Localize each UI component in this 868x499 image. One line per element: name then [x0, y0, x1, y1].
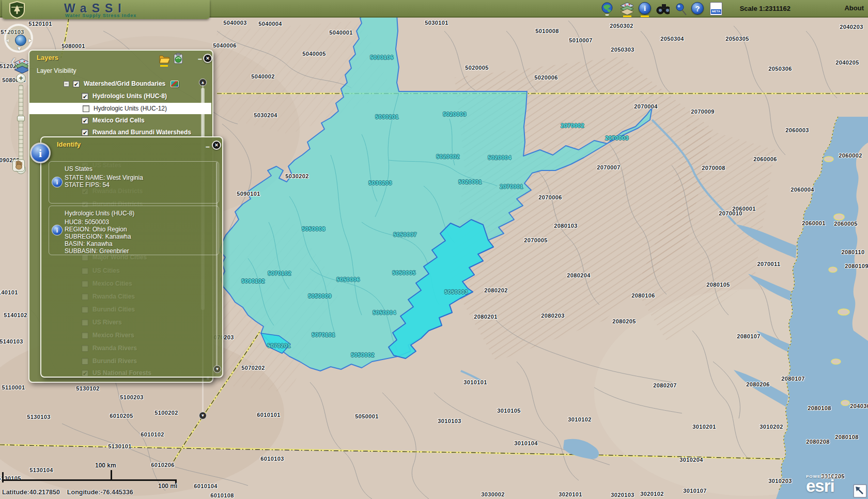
full-extent-globe-icon[interactable]: [601, 2, 614, 15]
hand-icon: [13, 160, 24, 171]
result-layer-name: US States: [65, 165, 92, 173]
layers-tool-icon[interactable]: [620, 2, 633, 15]
coordinate-readout: Latitude:40.217850Longitude:-76.445336: [2, 489, 141, 496]
longitude-value: Longitude:-76.445336: [67, 489, 133, 496]
identify-info-icon: i: [30, 143, 51, 163]
identify-close-button[interactable]: [212, 141, 221, 150]
identify-scrollbar[interactable]: [214, 156, 219, 373]
esri-attribution: POWERED BY esri: [806, 474, 840, 493]
pan-down-arrow[interactable]: ▾: [18, 44, 21, 52]
save-session-icon[interactable]: [173, 53, 183, 65]
scale-mi-label: 100 mi: [158, 482, 177, 490]
find-binoculars-icon[interactable]: [656, 2, 670, 15]
meta-badge: META: [711, 9, 721, 14]
pushpin-icon[interactable]: [674, 2, 687, 15]
pan-control[interactable]: ▸ ▾ ◂: [4, 24, 33, 53]
layers-close-button[interactable]: [203, 54, 212, 63]
pan-hand-button[interactable]: [12, 159, 25, 171]
identify-panel-title[interactable]: Identify: [57, 141, 81, 148]
layers-tool-active-underline: [623, 15, 631, 17]
about-link[interactable]: About: [844, 4, 864, 12]
zoom-slider-handle[interactable]: [17, 116, 25, 121]
scale-indicator: Scale 1:2311162: [740, 5, 791, 12]
layers-panel-title[interactable]: Layers: [37, 54, 58, 61]
identify-tool-icon[interactable]: i: [639, 2, 651, 14]
forest-service-shield-icon: [8, 1, 26, 19]
layer-visibility-label: Layer Visibility: [37, 67, 76, 74]
identify-panel[interactable]: Identify i iUS StatesSTATE NAME: West Vi…: [40, 136, 223, 378]
logo-block: WaSSI Water Supply Stress Index: [2, 0, 210, 19]
scroll-down-icon[interactable]: [199, 412, 207, 419]
identify-result-card-hydrologic-units-huc-8[interactable]: iHydrologic Units (HUC-8)HUC8: 5050003RE…: [49, 206, 219, 255]
info-icon: i: [52, 225, 63, 236]
overview-toggle-button[interactable]: [853, 484, 867, 498]
zoom-in-button[interactable]: +: [16, 73, 26, 83]
scale-km-label: 100 km: [95, 462, 116, 469]
nw-arrow-icon: [854, 485, 866, 497]
scale-bar: 100 km 100 mi: [2, 465, 188, 492]
result-layer-name: Hydrologic Units (HUC-8): [65, 210, 134, 217]
help-icon[interactable]: ?: [691, 2, 704, 14]
metadata-icon[interactable]: META: [710, 2, 722, 15]
zoom-slider-track[interactable]: [19, 85, 23, 163]
folder-underline: [160, 65, 168, 67]
open-folder-icon[interactable]: [159, 53, 170, 65]
pan-right-arrow[interactable]: ▸: [28, 36, 32, 44]
app-subtitle: Water Supply Stress Index: [65, 13, 136, 18]
latitude-value: Latitude:40.217850: [2, 489, 60, 496]
result-attributes: HUC8: 5050003REGION: Ohio RegionSUBREGIO…: [65, 219, 131, 255]
info-icon: i: [52, 177, 63, 188]
header-bar: WaSSI Water Supply Stress Index i ? META…: [0, 0, 868, 18]
scroll-down-icon[interactable]: [213, 365, 221, 373]
identify-minimize-button[interactable]: [204, 144, 212, 152]
esri-logo: esri: [806, 479, 840, 493]
identify-result-card-us-states[interactable]: iUS StatesSTATE NAME: West VirginiaSTATE…: [49, 161, 219, 204]
identify-tool-active-underline: [641, 15, 649, 17]
pan-left-arrow[interactable]: ◂: [6, 36, 9, 44]
result-attributes: STATE NAME: West VirginiaSTATE FIPS: 54: [65, 174, 143, 189]
